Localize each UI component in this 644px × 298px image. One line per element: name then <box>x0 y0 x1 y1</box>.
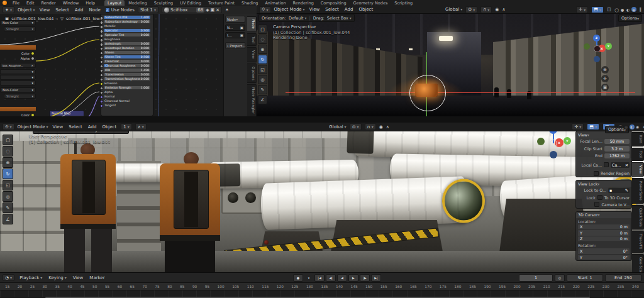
focal-length-field[interactable]: 50 mm <box>604 139 630 145</box>
workspace-tab[interactable]: Sculpting <box>151 0 176 6</box>
snap-icon[interactable]: ∩ <box>480 6 492 13</box>
falloff-options-icon[interactable]: ∧ <box>135 123 147 130</box>
menu-item[interactable]: Select <box>54 8 70 13</box>
workspace-tab[interactable]: Rendering <box>290 0 317 6</box>
clip-end-field[interactable]: 1762 m <box>604 153 630 159</box>
copy-icon[interactable]: ▣ <box>211 8 215 13</box>
cursor-axis-field[interactable]: Y0 m <box>578 230 630 236</box>
properties-collapse[interactable]: ›Propert... <box>225 42 245 49</box>
clip-start-field[interactable]: 3.2 m <box>604 146 630 152</box>
users-count-badge[interactable]: 68 <box>196 8 204 13</box>
sidebar-tab[interactable]: QuickTools <box>632 205 644 230</box>
material-selector[interactable]: Scifibox 68 ◈ ▣ ✕ <box>162 6 222 13</box>
mode-dropdown[interactable]: Object Mode <box>274 7 305 12</box>
eyedropper-icon[interactable]: ✎ <box>625 188 628 192</box>
proportional-edit-icon[interactable]: ◉ <box>495 7 499 12</box>
tool-cursor[interactable]: ◌ <box>258 35 267 44</box>
tool-move[interactable]: ⊕ <box>3 157 13 168</box>
tool-move[interactable]: ⊕ <box>258 45 267 54</box>
navigation-gizmo[interactable]: Z X Y <box>582 35 611 63</box>
play-button[interactable]: ▶ <box>348 274 358 282</box>
menu-item[interactable]: Object <box>101 124 118 130</box>
transform-orientation-dropdown[interactable]: Global <box>445 7 462 12</box>
keying-dropdown-icon[interactable]: ▾ <box>304 275 313 281</box>
fake-user-icon[interactable]: ◈ <box>206 8 209 13</box>
tool-scale[interactable]: ◱ <box>3 180 13 190</box>
sidebar-tab[interactable]: View <box>632 162 644 177</box>
menu-item[interactable]: Window <box>62 1 80 6</box>
auto-keying-button[interactable]: ● <box>293 274 303 282</box>
workspace-tab[interactable]: Texture Paint <box>205 0 238 6</box>
unlink-icon[interactable]: ✕ <box>216 8 219 13</box>
y-axis-ball[interactable]: Y <box>605 43 612 50</box>
cursor-axis-field[interactable]: Z0 m <box>578 236 630 243</box>
menu-item[interactable]: Keying <box>47 275 67 280</box>
sidebar-tab[interactable]: True-VFX <box>632 231 644 252</box>
cursor-axis-field[interactable]: X0° <box>578 248 630 255</box>
sidebar-tab[interactable]: Item <box>632 132 644 146</box>
falloff-icon[interactable]: ∧ <box>386 124 389 130</box>
view-lock-header[interactable]: View Lock <box>576 180 631 187</box>
blender-logo-icon[interactable] <box>3 1 7 5</box>
play-reverse-button[interactable]: ◀ <box>337 274 347 282</box>
sidebar-tab[interactable]: Node <box>247 16 257 32</box>
workspace-tab[interactable]: Geometry Nodes <box>350 0 391 6</box>
shading-solid[interactable]: ● <box>620 7 625 12</box>
menu-item[interactable]: Playback <box>18 275 43 280</box>
workspace-tab[interactable]: Modeling <box>125 0 150 6</box>
node-label-field[interactable]: L...▣ <box>225 32 245 38</box>
sidebar-tab[interactable]: Options <box>247 63 257 84</box>
gizmo-center[interactable] <box>550 140 557 147</box>
local-camera-checkbox[interactable] <box>604 162 609 167</box>
tool-scale[interactable]: ◱ <box>258 65 267 74</box>
pan-icon[interactable]: ✛ <box>601 75 609 82</box>
render-region-checkbox[interactable] <box>594 171 599 176</box>
close-icon[interactable]: ✕ <box>625 163 628 167</box>
use-nodes-checkbox[interactable]: ✓ Use Nodes <box>105 8 135 13</box>
shading-material[interactable]: ◐ <box>626 7 631 12</box>
overlays-toggle-icon[interactable]: ⬒ <box>587 123 599 130</box>
menu-item[interactable]: Add <box>74 8 85 13</box>
shader-type-dropdown[interactable]: Object <box>18 8 35 13</box>
tool-rotate[interactable]: ↻ <box>258 55 267 64</box>
cursor-panel-header[interactable]: 3D Cursor <box>576 212 631 218</box>
menu-item[interactable]: View <box>52 124 65 130</box>
menu-item[interactable]: Add <box>343 7 355 12</box>
sidebar-tab[interactable]: PowerSave <box>632 178 644 204</box>
cursor-axis-field[interactable]: Y0° <box>578 255 630 261</box>
workspace-tab[interactable]: Shading <box>238 0 261 6</box>
xray-toggle-icon[interactable]: ◫ <box>607 7 611 12</box>
menu-item[interactable]: Edit <box>25 1 36 6</box>
node-panel-header[interactable]: Node <box>225 16 245 23</box>
tool-measure[interactable]: ∠ <box>258 95 267 104</box>
character-right[interactable] <box>158 152 223 272</box>
character-left[interactable] <box>58 143 118 272</box>
workspace-tab[interactable]: Scripting <box>391 0 416 6</box>
z-axis-ball[interactable]: Z <box>593 35 600 41</box>
tool-measure[interactable]: ∠ <box>3 214 13 224</box>
workspace-tab[interactable]: UV Editing <box>177 0 204 6</box>
z-axis-neg-ball[interactable] <box>550 151 557 158</box>
shading-rendered[interactable]: ◉ <box>635 124 640 130</box>
editor-type-icon[interactable]: ⟐ <box>3 123 14 130</box>
sidebar-tab[interactable]: Node Wrangler <box>247 84 257 116</box>
editor-type-icon[interactable]: ⟐ <box>259 6 271 13</box>
menu-item[interactable]: View <box>38 8 52 13</box>
y-axis-neg-ball[interactable] <box>537 138 545 145</box>
menu-item[interactable]: Render <box>40 1 57 6</box>
tool-transform[interactable]: ◎ <box>3 191 13 202</box>
gizmo-toggle-icon[interactable]: ✛ <box>576 6 588 13</box>
menu-item[interactable]: View <box>72 275 85 280</box>
tool-annotate[interactable]: ✎ <box>258 85 267 94</box>
pivot-icon[interactable]: ⊙ <box>465 6 477 13</box>
mode-options-icon[interactable]: 1 <box>121 123 131 130</box>
sidebar-tab[interactable]: Tool <box>632 148 644 161</box>
prev-keyframe-button[interactable]: ◀| <box>326 274 336 282</box>
cursor-axis-field[interactable]: X0 m <box>578 224 630 231</box>
next-keyframe-button[interactable]: |▶ <box>360 274 370 282</box>
menu-item[interactable]: View <box>308 7 321 12</box>
menu-item[interactable]: Help <box>84 1 96 6</box>
sidebar-tab[interactable]: View <box>247 47 257 62</box>
timeline-ruler[interactable]: 1520253035404550556065707580859095100105… <box>0 283 644 290</box>
drag-dropdown[interactable]: Select Box <box>327 16 352 21</box>
